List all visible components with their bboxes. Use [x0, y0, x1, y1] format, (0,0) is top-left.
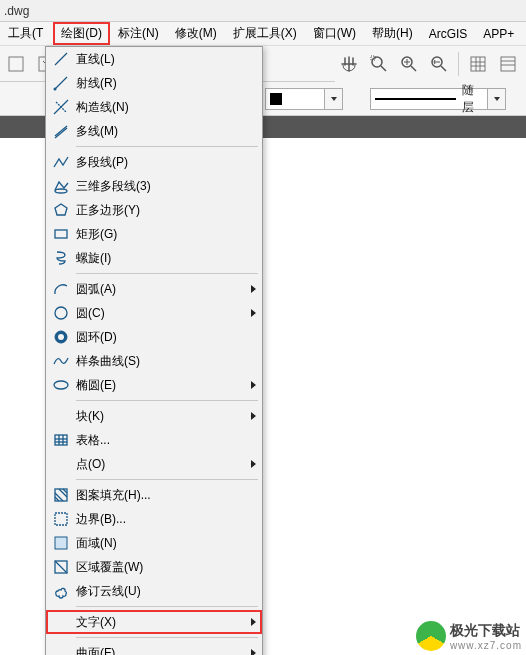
menu-item-point[interactable]: 点(O) — [46, 452, 262, 476]
menu-item-label: 螺旋(I) — [76, 250, 248, 267]
zoom-in-icon[interactable] — [395, 50, 423, 78]
submenu-arrow-icon — [251, 618, 256, 626]
svg-line-25 — [55, 126, 67, 136]
linetype-dropdown-arrow[interactable] — [488, 88, 506, 110]
ray-icon — [46, 74, 76, 92]
menu-item-revcloud[interactable]: 修订云线(U) — [46, 579, 262, 603]
menu-item-label: 点(O) — [76, 456, 248, 473]
menu-item-label: 图案填充(H)... — [76, 487, 248, 504]
menu-item-label: 多段线(P) — [76, 154, 248, 171]
menu-item-region[interactable]: 面域(N) — [46, 531, 262, 555]
svg-rect-34 — [55, 435, 67, 445]
svg-point-32 — [58, 334, 64, 340]
window-title: .dwg — [0, 0, 526, 22]
color-dropdown-arrow[interactable] — [325, 88, 343, 110]
menu-item-label: 多线(M) — [76, 123, 248, 140]
menu-item-rect[interactable]: 矩形(G) — [46, 222, 262, 246]
menu-item-polygon[interactable]: 正多边形(Y) — [46, 198, 262, 222]
svg-point-22 — [54, 88, 57, 91]
menu-separator — [76, 637, 258, 638]
menu-item-3dpoly[interactable]: 三维多段线(3) — [46, 174, 262, 198]
submenu-arrow-icon — [251, 649, 256, 655]
submenu-arrow-icon — [251, 285, 256, 293]
menu-帮助h[interactable]: 帮助(H) — [364, 22, 421, 45]
zoom-extents-icon[interactable] — [365, 50, 393, 78]
menu-item-ellipse[interactable]: 椭圆(E) — [46, 373, 262, 397]
menu-item-arc[interactable]: 圆弧(A) — [46, 277, 262, 301]
3dpoly-icon — [46, 177, 76, 195]
tool-btn-a[interactable] — [2, 50, 30, 78]
svg-marker-28 — [55, 204, 67, 215]
zoom-prev-icon[interactable] — [425, 50, 453, 78]
menu-item-label: 文字(X) — [76, 614, 248, 631]
menu-item-label: 表格... — [76, 432, 248, 449]
region-icon — [46, 534, 76, 552]
svg-rect-29 — [55, 230, 67, 238]
svg-rect-12 — [471, 57, 485, 71]
svg-rect-0 — [9, 57, 23, 71]
menu-item-hatch[interactable]: 图案填充(H)... — [46, 483, 262, 507]
menu-绘图d[interactable]: 绘图(D) — [53, 22, 110, 45]
line-sample-icon — [375, 98, 456, 100]
menu-item-block[interactable]: 块(K) — [46, 404, 262, 428]
watermark-url: www.xz7.com — [450, 640, 522, 651]
window-title-text: .dwg — [4, 4, 29, 18]
menu-item-label: 椭圆(E) — [76, 377, 248, 394]
menu-item-helix[interactable]: 螺旋(I) — [46, 246, 262, 270]
menu-app+[interactable]: APP+ — [475, 24, 522, 44]
watermark-logo-icon — [416, 621, 446, 651]
mline-icon — [46, 122, 76, 140]
menubar: 工具(T绘图(D)标注(N)修改(M)扩展工具(X)窗口(W)帮助(H)ArcG… — [0, 22, 526, 46]
pline-icon — [46, 153, 76, 171]
menu-item-label: 直线(L) — [76, 51, 248, 68]
menu-item-label: 三维多段线(3) — [76, 178, 248, 195]
arc-icon — [46, 280, 76, 298]
spline-icon — [46, 352, 76, 370]
menu-item-wipeout[interactable]: 区域覆盖(W) — [46, 555, 262, 579]
hatch-icon — [46, 486, 76, 504]
menu-item-mline[interactable]: 多线(M) — [46, 119, 262, 143]
toolbar-right — [335, 46, 526, 82]
menu-工具t[interactable]: 工具(T — [0, 22, 51, 45]
menu-item-label: 样条曲线(S) — [76, 353, 248, 370]
svg-line-4 — [381, 66, 386, 71]
svg-line-20 — [55, 53, 67, 65]
svg-line-47 — [55, 561, 67, 573]
menu-标注n[interactable]: 标注(N) — [110, 22, 167, 45]
menu-修改m[interactable]: 修改(M) — [167, 22, 225, 45]
svg-point-33 — [54, 381, 68, 389]
rect-icon — [46, 225, 76, 243]
menu-separator — [76, 400, 258, 401]
svg-line-26 — [55, 128, 67, 138]
menu-item-pline[interactable]: 多段线(P) — [46, 150, 262, 174]
color-swatch-icon — [270, 93, 282, 105]
menu-item-donut[interactable]: 圆环(D) — [46, 325, 262, 349]
menu-窗口w[interactable]: 窗口(W) — [305, 22, 364, 45]
menu-item-circle[interactable]: 圆(C) — [46, 301, 262, 325]
svg-rect-17 — [501, 57, 515, 71]
menu-item-label: 边界(B)... — [76, 511, 248, 528]
grid-icon[interactable] — [464, 50, 492, 78]
menu-item-xline[interactable]: 构造线(N) — [46, 95, 262, 119]
props-icon[interactable] — [494, 50, 522, 78]
svg-line-11 — [441, 66, 446, 71]
color-dropdown[interactable] — [265, 88, 325, 110]
menu-item-surface[interactable]: 曲面(F) — [46, 641, 262, 655]
menu-扩展工具x[interactable]: 扩展工具(X) — [225, 22, 305, 45]
menu-item-text[interactable]: 文字(X) — [46, 610, 262, 634]
menu-item-label: 圆环(D) — [76, 329, 248, 346]
menu-item-label: 正多边形(Y) — [76, 202, 248, 219]
linetype-dropdown[interactable]: 随层 — [370, 88, 488, 110]
menu-item-table[interactable]: 表格... — [46, 428, 262, 452]
table-icon — [46, 431, 76, 449]
menu-item-label: 修订云线(U) — [76, 583, 248, 600]
menu-item-spline[interactable]: 样条曲线(S) — [46, 349, 262, 373]
menu-item-ray[interactable]: 射线(R) — [46, 71, 262, 95]
menu-item-label: 构造线(N) — [76, 99, 248, 116]
donut-icon — [46, 328, 76, 346]
menu-item-line[interactable]: 直线(L) — [46, 47, 262, 71]
menu-item-boundary[interactable]: 边界(B)... — [46, 507, 262, 531]
pan-icon[interactable] — [335, 50, 363, 78]
svg-line-21 — [55, 77, 67, 89]
menu-arcgis[interactable]: ArcGIS — [421, 24, 476, 44]
